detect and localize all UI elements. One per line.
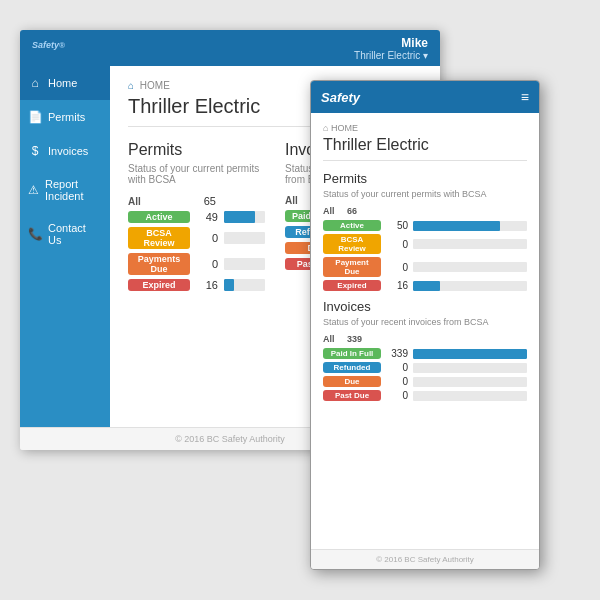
mobile-due-count: 0 [386,376,408,387]
bcsa-bar-container [224,232,265,244]
mobile-window: Safety ≡ ⌂ HOME Thriller Electric Permit… [310,80,540,570]
mobile-payment-count: 0 [386,262,408,273]
mobile-invoices-title: Invoices [323,299,527,314]
expired-badge: Expired [128,279,190,291]
sidebar-item-permits[interactable]: 📄 Permits [20,100,110,134]
mobile-expired-bar [413,281,440,291]
permits-expired-row: Expired 16 [128,279,265,291]
mobile-invoices-subtitle: Status of your recent invoices from BCSA [323,317,527,327]
invoices-icon: $ [28,144,42,158]
mobile-permits-all: All 66 [323,206,527,216]
payments-badge: Payments Due [128,253,190,275]
mobile-bcsa-badge: BCSA Review [323,234,381,254]
sidebar-item-home[interactable]: ⌂ Home [20,66,110,100]
mobile-invoices-all: All 339 [323,334,527,344]
mobile-payment-bar-container [413,262,527,272]
mobile-permits-section: Permits Status of your current permits w… [323,171,527,291]
mobile-active-bar [413,221,500,231]
mobile-breadcrumb: ⌂ HOME [323,123,527,133]
mobile-due-bar-container [413,377,527,387]
mobile-pastdue-count: 0 [386,390,408,401]
desktop-user: Mike Thriller Electric ▾ [354,36,428,61]
expired-count: 16 [196,279,218,291]
active-bar [224,211,255,223]
mobile-bcsa-bar-container [413,239,527,249]
mobile-content: ⌂ HOME Thriller Electric Permits Status … [311,113,539,549]
mobile-permits-title: Permits [323,171,527,186]
mobile-paid-bar-container [413,349,527,359]
mobile-expired-badge: Expired [323,280,381,291]
report-icon: ⚠ [28,183,39,197]
mobile-due-badge: Due [323,376,381,387]
mobile-expired-row: Expired 16 [323,280,527,291]
mobile-topbar: Safety ≡ [311,81,539,113]
mobile-active-row: Active 50 [323,220,527,231]
mobile-refunded-badge: Refunded [323,362,381,373]
active-badge: Active [128,211,190,223]
mobile-paid-count: 339 [386,348,408,359]
mobile-invoices-section: Invoices Status of your recent invoices … [323,299,527,401]
menu-icon[interactable]: ≡ [521,89,529,105]
payments-count: 0 [196,258,218,270]
mobile-expired-bar-container [413,281,527,291]
mobile-active-bar-container [413,221,527,231]
mobile-bcsa-row: BCSA Review 0 [323,234,527,254]
mobile-pastdue-badge: Past Due [323,390,381,401]
permits-all-label: All [128,196,188,207]
mobile-paid-bar [413,349,527,359]
permits-bcsa-row: BCSA Review 0 [128,227,265,249]
permits-title: Permits [128,141,265,159]
mobile-payment-badge: Payment Due [323,257,381,277]
permits-icon: 📄 [28,110,42,124]
expired-bar [224,279,234,291]
desktop-sidebar: ⌂ Home 📄 Permits $ Invoices ⚠ Report Inc… [20,66,110,427]
mobile-logo: Safety [321,90,360,105]
mobile-paid-badge: Paid In Full [323,348,381,359]
desktop-topbar: Safety® Mike Thriller Electric ▾ [20,30,440,66]
mobile-active-badge: Active [323,220,381,231]
active-bar-container [224,211,265,223]
permits-subtitle: Status of your current permits with BCSA [128,163,265,185]
sidebar-item-report[interactable]: ⚠ Report Incident [20,168,110,212]
mobile-pastdue-row: Past Due 0 [323,390,527,401]
desktop-logo: Safety® [32,40,65,57]
sidebar-item-contact[interactable]: 📞 Contact Us [20,212,110,256]
mobile-paid-row: Paid In Full 339 [323,348,527,359]
payments-bar-container [224,258,265,270]
bcsa-count: 0 [196,232,218,244]
mobile-pastdue-bar-container [413,391,527,401]
contact-icon: 📞 [28,227,42,241]
breadcrumb-home-icon: ⌂ [128,80,134,91]
mobile-payment-row: Payment Due 0 [323,257,527,277]
mobile-active-count: 50 [386,220,408,231]
mobile-refunded-bar-container [413,363,527,373]
mobile-refunded-count: 0 [386,362,408,373]
mobile-permits-subtitle: Status of your current permits with BCSA [323,189,527,199]
mobile-bcsa-count: 0 [386,239,408,250]
permits-payments-row: Payments Due 0 [128,253,265,275]
mobile-refunded-row: Refunded 0 [323,362,527,373]
sidebar-item-invoices[interactable]: $ Invoices [20,134,110,168]
mobile-home-icon: ⌂ [323,123,331,133]
home-icon: ⌂ [28,76,42,90]
permits-active-row: Active 49 [128,211,265,223]
active-count: 49 [196,211,218,223]
mobile-page-title: Thriller Electric [323,136,527,161]
bcsa-badge: BCSA Review [128,227,190,249]
mobile-expired-count: 16 [386,280,408,291]
permits-section: Permits Status of your current permits w… [128,141,265,295]
expired-bar-container [224,279,265,291]
permits-all-row: All 65 [128,195,265,207]
mobile-due-row: Due 0 [323,376,527,387]
permits-all-count: 65 [194,195,216,207]
mobile-footer: © 2016 BC Safety Authority [311,549,539,569]
